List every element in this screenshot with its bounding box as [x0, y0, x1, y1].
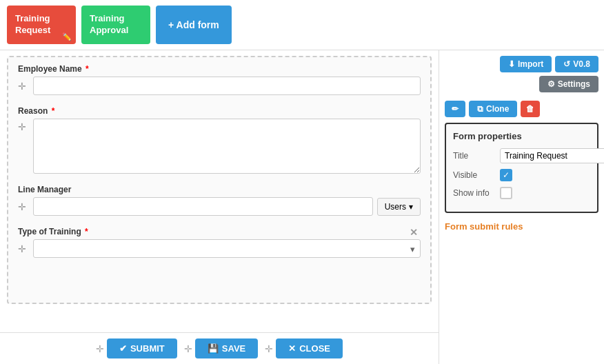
form-submit-rules[interactable]: Form submit rules: [445, 219, 598, 234]
employee-name-label: Employee Name *: [18, 64, 421, 74]
submit-button[interactable]: ✔ SUBMIT: [107, 338, 177, 358]
reason-required: *: [49, 106, 54, 116]
field-employee-name: Employee Name * ✛: [18, 64, 421, 95]
form-properties-panel: Form properties Title Visible ✓ Show inf…: [445, 123, 598, 213]
version-icon: ↺: [563, 59, 570, 69]
icon-row: ✏ ⧉ Clone 🗑: [445, 101, 598, 117]
type-of-training-select-wrapper: ▾: [33, 239, 421, 258]
visible-property-row: Visible ✓: [453, 169, 590, 181]
gear-icon: ⚙: [547, 79, 555, 89]
reason-textarea[interactable]: [33, 119, 421, 174]
submit-label: SUBMIT: [130, 343, 165, 354]
tab-training-request-label: Training: [15, 13, 50, 25]
close-label: CLOSE: [299, 343, 330, 354]
form-properties-title: Form properties: [453, 131, 590, 141]
version-button[interactable]: ↺ V0.8: [555, 56, 598, 72]
tab-edit-icon[interactable]: ✏️: [62, 32, 72, 41]
reason-label: Reason *: [18, 106, 421, 116]
save-label: SAVE: [222, 343, 245, 354]
line-manager-input[interactable]: [33, 197, 373, 216]
submit-btn-group: ✛ ✔ SUBMIT: [96, 338, 177, 358]
save-floppy-icon: 💾: [208, 343, 219, 354]
form-container: Employee Name * ✛ Reason * ✛: [0, 50, 439, 364]
edit-button[interactable]: ✏: [445, 101, 465, 117]
users-dropdown-icon: ▾: [409, 202, 413, 212]
show-info-prop-label: Show info: [453, 188, 494, 198]
visible-checkbox[interactable]: ✓: [500, 169, 512, 181]
employee-name-drag-handle[interactable]: ✛: [18, 81, 26, 92]
form-scroll-area: Employee Name * ✛ Reason * ✛: [0, 50, 439, 364]
clone-button[interactable]: ⧉ Clone: [469, 101, 517, 117]
type-of-training-select[interactable]: [33, 239, 421, 258]
bottom-action-bar: ✛ ✔ SUBMIT ✛ 💾 SAVE ✛ ✕: [0, 332, 439, 364]
tab-training-request-label2: Request: [15, 25, 50, 37]
field-type-of-training: Type of Training * ✕ ✛ ▾: [18, 227, 421, 258]
title-prop-label: Title: [453, 151, 494, 161]
version-label: V0.8: [573, 59, 590, 69]
show-info-property-row: Show info: [453, 187, 590, 199]
import-label: Import: [518, 59, 543, 69]
submit-drag-handle[interactable]: ✛: [96, 343, 104, 354]
save-drag-handle[interactable]: ✛: [184, 343, 192, 354]
clone-icon: ⧉: [477, 104, 483, 114]
users-button-label: Users: [385, 202, 406, 212]
delete-button[interactable]: 🗑: [521, 101, 540, 117]
save-button[interactable]: 💾 SAVE: [195, 338, 258, 358]
visible-prop-label: Visible: [453, 170, 494, 180]
close-x-icon: ✕: [288, 343, 296, 354]
submit-check-icon: ✔: [119, 343, 127, 354]
type-of-training-drag-handle[interactable]: ✛: [18, 243, 26, 254]
users-button[interactable]: Users ▾: [377, 198, 421, 216]
show-info-checkbox[interactable]: [500, 187, 512, 199]
employee-name-required: *: [83, 64, 89, 74]
title-property-row: Title: [453, 148, 590, 163]
close-btn-group: ✛ ✕ CLOSE: [265, 338, 343, 358]
type-of-training-required: *: [83, 227, 88, 236]
title-prop-input[interactable]: [500, 148, 604, 163]
field-reason: Reason * ✛: [18, 106, 421, 174]
reason-drag-handle[interactable]: ✛: [18, 121, 26, 132]
clone-label: Clone: [486, 104, 509, 114]
right-panel: ⬇ Import ↺ V0.8 ⚙ Settings ✏ ⧉ Clone: [439, 50, 604, 364]
tab-training-approval-label: Training: [90, 13, 125, 25]
form-inner: Employee Name * ✛ Reason * ✛: [7, 56, 432, 304]
add-form-button[interactable]: + Add form: [156, 6, 232, 44]
top-bar: Training Request ✏️ Training Approval + …: [0, 0, 604, 50]
tab-training-request[interactable]: Training Request ✏️: [7, 6, 76, 44]
type-of-training-label: Type of Training *: [18, 227, 88, 236]
line-manager-drag-handle[interactable]: ✛: [18, 201, 26, 212]
tab-training-approval-label2: Approval: [90, 25, 128, 37]
tab-training-approval[interactable]: Training Approval: [81, 6, 150, 44]
close-drag-handle[interactable]: ✛: [265, 343, 273, 354]
import-icon: ⬇: [508, 59, 515, 69]
save-btn-group: ✛ 💾 SAVE: [184, 338, 258, 358]
employee-name-input[interactable]: [33, 77, 421, 95]
close-button[interactable]: ✕ CLOSE: [276, 338, 343, 358]
import-button[interactable]: ⬇ Import: [500, 56, 552, 72]
field-line-manager: Line Manager ✛ Users ▾: [18, 185, 421, 216]
line-manager-label: Line Manager: [18, 185, 421, 194]
settings-button[interactable]: ⚙ Settings: [539, 76, 598, 92]
settings-label: Settings: [558, 79, 590, 89]
type-of-training-clear[interactable]: ✕: [410, 227, 418, 238]
